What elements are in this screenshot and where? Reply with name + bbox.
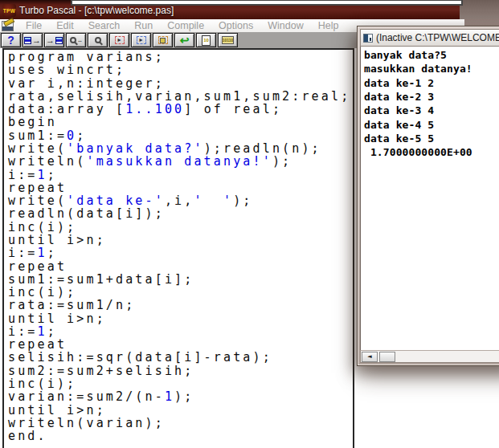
code-line: varian:=sum2/(n-1); [8, 390, 353, 403]
menu-search[interactable]: Search [81, 19, 128, 32]
find-button[interactable]: .. [66, 33, 86, 47]
menu-compile[interactable]: Compile [160, 19, 211, 32]
console-title: (Inactive C:\TPW\WELCOME.PAS) [376, 32, 499, 43]
console-line: data ke-1 2 [364, 76, 499, 90]
menu-window[interactable]: Window [260, 19, 310, 32]
compile-button[interactable]: 10 [196, 33, 216, 47]
code-line: i:=1; [8, 246, 353, 259]
tpw-app-icon: TPW [2, 4, 16, 17]
code-line: inc(i); [8, 377, 353, 390]
code-line: repeat [8, 338, 353, 351]
code-line: rata,selisih,varian,sum1,sum2:real; [8, 90, 353, 103]
console-titlebar[interactable]: (Inactive C:\TPW\WELCOME.PAS) [360, 29, 499, 47]
console-output: banyak data?5masukkan datanya!data ke-1 … [360, 47, 499, 350]
code-line: write('data ke-',i,' '); [8, 194, 353, 207]
console-line: 1.7000000000E+00 [364, 145, 499, 159]
code-line: uses wincrt; [8, 63, 353, 76]
menu-edit[interactable]: Edit [49, 19, 81, 32]
console-line: data ke-4 5 [364, 118, 499, 132]
console-line: data ke-3 4 [364, 104, 499, 117]
scroll-left-button[interactable]: ◄ [362, 352, 378, 362]
left-arrow-icon: ◄ [367, 353, 371, 360]
code-line: writeln('masukkan datanya!'); [8, 155, 353, 168]
horizontal-scrollbar[interactable]: ◄ [360, 350, 499, 363]
console-window: (Inactive C:\TPW\WELCOME.PAS) banyak dat… [357, 26, 499, 366]
make-button[interactable]: 10110 [218, 33, 238, 47]
menu-help[interactable]: Help [311, 19, 346, 32]
menu-items: FileEditSearchRunCompileOptionsWindowHel… [18, 19, 346, 32]
code-line: rata:=sum1/n; [8, 299, 353, 312]
scrollbar-thumb[interactable] [379, 352, 395, 362]
code-line: sum1:=0; [8, 129, 353, 142]
cut-button[interactable]: ▸ [109, 33, 129, 47]
code-editor[interactable]: program varians;uses wincrt;var i,n:inte… [2, 48, 354, 448]
console-line: data ke-2 3 [364, 90, 499, 104]
code-line: until i>n; [8, 312, 353, 325]
code-line: until i>n; [8, 404, 353, 417]
code-line: data:array [1..100] of real; [8, 103, 353, 116]
save-file-button[interactable]: → [44, 33, 64, 47]
code-line: repeat [8, 260, 353, 273]
console-line: masukkan datanya! [364, 62, 499, 75]
undo-button[interactable]: ↩ [174, 33, 194, 47]
copy-button[interactable]: ▸ [131, 33, 151, 47]
code-line: repeat [8, 181, 353, 194]
paste-button[interactable] [153, 33, 173, 47]
menu-file[interactable]: File [18, 19, 49, 32]
code-line: writeln(varian); [8, 417, 353, 430]
console-line: banyak data?5 [364, 48, 499, 62]
code-line: sum1:=sum1+data[i]; [8, 273, 353, 286]
window-title: Turbo Pascal - [c:\tpw\welcome.pas] [19, 5, 174, 16]
code-line: begin [8, 116, 353, 128]
menu-run[interactable]: Run [127, 19, 160, 32]
code-line: program varians; [8, 51, 353, 63]
code-line: i:=1; [8, 325, 353, 338]
code-lines: program varians;uses wincrt;var i,n:inte… [8, 51, 353, 442]
code-line: write('banyak data?');readln(n); [8, 142, 353, 155]
editor-document-icon[interactable] [2, 21, 14, 31]
open-file-button[interactable]: → [22, 33, 43, 47]
code-line: i:=1; [8, 169, 353, 181]
code-line: var i,n:integer; [8, 77, 353, 90]
code-line: inc(i); [8, 286, 353, 299]
search-again-button[interactable] [88, 33, 108, 47]
code-line: sum2:=sum2+selisih; [8, 365, 353, 377]
menu-options[interactable]: Options [211, 19, 260, 32]
code-line: selisih:=sqr(data[i]-rata); [8, 351, 353, 364]
background-window-edge [71, 0, 463, 6]
console-window-icon [363, 34, 373, 43]
screen: TPW Turbo Pascal - [c:\tpw\welcome.pas] … [0, 0, 499, 448]
help-button[interactable]: ? [1, 33, 21, 47]
code-line: end. [8, 430, 353, 442]
code-line: inc(i); [8, 221, 353, 234]
code-line: readln(data[i]); [8, 207, 353, 220]
code-line: until i>n; [8, 234, 353, 246]
console-line: data ke-5 5 [364, 132, 499, 145]
